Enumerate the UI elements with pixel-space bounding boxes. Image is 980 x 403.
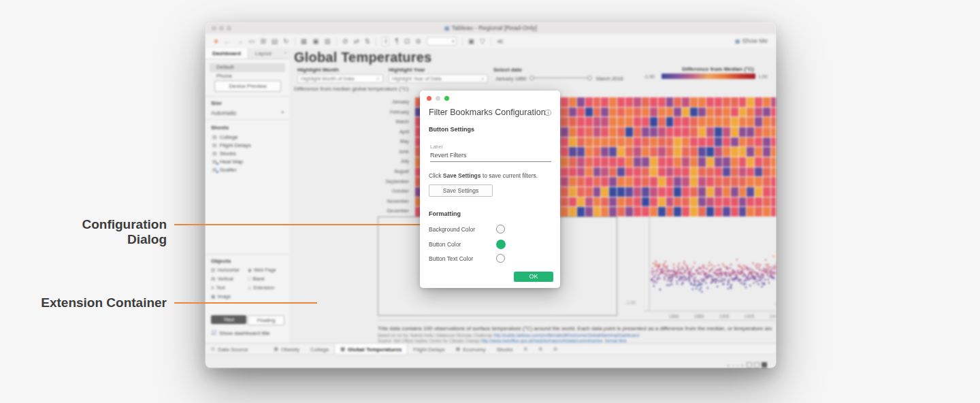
- swap-icon[interactable]: ⇄: [353, 38, 359, 45]
- view-presentation-icon[interactable]: [754, 362, 760, 368]
- device-default[interactable]: Default: [210, 63, 285, 72]
- add-data-icon[interactable]: ⊞: [260, 38, 265, 45]
- tab-dashboard[interactable]: Dashboard: [206, 48, 248, 59]
- share-icon[interactable]: ≪: [497, 38, 504, 45]
- heatmap-cell: [674, 177, 681, 187]
- dialog-close-icon[interactable]: [427, 96, 431, 101]
- scatter-plot[interactable]: 18681888190819281948196819882008Relative…: [644, 216, 776, 322]
- window-title: ▦Tableau - Regional [Read-Only]: [206, 25, 776, 31]
- sheet-tab-global-temperatures[interactable]: ▦Global Temperatures: [334, 344, 408, 355]
- source-link[interactable]: http://www.metoffice.gov.uk/hadobs/hadcr…: [481, 338, 627, 343]
- heatmap-cell: [577, 157, 585, 167]
- duplicate-icon[interactable]: ▣: [312, 38, 318, 45]
- dialog-minimize-icon[interactable]: [436, 96, 440, 101]
- ok-button[interactable]: OK: [514, 272, 553, 282]
- heatmap-cell: [674, 167, 681, 177]
- sheet-tab-stocks[interactable]: Stocks: [491, 344, 519, 355]
- dialog-zoom-icon[interactable]: [444, 96, 449, 101]
- heatmap-cell: [715, 197, 722, 207]
- month-label: June: [357, 149, 409, 154]
- sheet-item-heat-map[interactable]: ▤Heat Map: [212, 159, 287, 167]
- format-icon[interactable]: ¶: [395, 38, 398, 45]
- tiled-button[interactable]: Tiled: [211, 315, 246, 324]
- object-horizontal[interactable]: ▥Horizontal: [211, 268, 239, 273]
- object-image[interactable]: ▣Image: [211, 294, 231, 300]
- new-story-button-icon: ⊞: [553, 346, 557, 352]
- date-slider-handle-left[interactable]: [529, 76, 534, 80]
- show-dashboard-title-checkbox[interactable]: ☑Show dashboard title: [211, 329, 270, 336]
- sheet-item-flight-delays[interactable]: ▤Flight Delays: [212, 142, 287, 150]
- device-preview-button[interactable]: Device Preview: [214, 80, 281, 92]
- tableau-logo-icon[interactable]: +: [214, 37, 218, 46]
- sheet-tab-obesity[interactable]: ▦Obesity: [268, 344, 305, 355]
- button-label-field[interactable]: Revert Filters: [430, 152, 551, 162]
- highlight-month-input[interactable]: [297, 74, 383, 83]
- object-label: Image: [218, 294, 231, 299]
- heatmap-cell: [763, 187, 770, 197]
- new-dashboard-button[interactable]: ⊞: [533, 344, 548, 355]
- show-me-button[interactable]: ▦Show Me: [735, 37, 768, 44]
- heatmap-cell: [617, 177, 625, 187]
- button-text-color-swatch[interactable]: [496, 254, 505, 263]
- show-filters-icon[interactable]: ▽: [480, 38, 485, 45]
- undo-icon[interactable]: ←: [224, 38, 231, 45]
- fit-view-icon[interactable]: ▣: [468, 38, 474, 45]
- heatmap-cell: [755, 138, 762, 147]
- history-nav-icon[interactable]: «: [728, 364, 730, 368]
- heatmap-cell: [682, 167, 689, 177]
- object-webpage[interactable]: ◉Web Page: [248, 268, 276, 273]
- sheet-item-scatter[interactable]: ▤Scatter: [212, 167, 287, 175]
- sheet-item-stocks[interactable]: ▤Stocks: [212, 150, 287, 159]
- view-fullscreen-icon[interactable]: [762, 362, 767, 368]
- mark-labels-icon[interactable]: ⊡: [404, 38, 410, 45]
- button-color-swatch[interactable]: [496, 240, 506, 249]
- heatmap-cell: [585, 187, 593, 197]
- save-settings-button[interactable]: Save Settings: [429, 184, 493, 197]
- sheet-tab-flight-delays[interactable]: Flight Delays: [408, 344, 450, 355]
- refresh-icon[interactable]: ↻: [283, 38, 289, 45]
- heatmap-cell: [682, 138, 689, 147]
- object-extension[interactable]: ◇Extension: [248, 285, 274, 291]
- object-text[interactable]: AText: [211, 285, 225, 290]
- sheet-item-college[interactable]: ▤College: [212, 134, 287, 142]
- credit-link[interactable]: http://public.tableau.com/profile/naledi…: [493, 333, 639, 338]
- redo-icon[interactable]: →: [236, 38, 243, 45]
- in-use-indicator: [216, 163, 218, 165]
- heatmap-cell: [739, 197, 747, 207]
- sheet-tab-economy[interactable]: ▦Economy: [451, 344, 491, 355]
- data-source-tab[interactable]: ⊟Data Source: [206, 344, 253, 355]
- history-nav-icon[interactable]: »: [741, 364, 744, 368]
- heatmap-cell: [755, 177, 762, 187]
- sheet-icon: ▤: [212, 143, 217, 148]
- history-nav-icon[interactable]: ›: [737, 364, 738, 368]
- tab-layout[interactable]: Layout: [248, 48, 278, 59]
- object-blank[interactable]: □Blank: [248, 276, 265, 281]
- highlight-year-input[interactable]: [389, 74, 488, 83]
- clear-sheet-icon[interactable]: ⊘: [342, 38, 348, 45]
- floating-button[interactable]: Floating: [248, 315, 284, 325]
- save-icon[interactable]: ▭: [248, 38, 255, 45]
- info-icon[interactable]: ⓘ: [544, 108, 551, 118]
- background-color-swatch[interactable]: [496, 225, 505, 233]
- new-worksheet-button[interactable]: ⊞: [519, 344, 534, 355]
- heatmap-cell: [577, 177, 585, 187]
- sort-icon[interactable]: ⇅: [365, 38, 370, 45]
- heatmap-cell: [763, 147, 770, 157]
- object-vertical[interactable]: ▤Vertical: [211, 276, 233, 282]
- heatmap-cell: [609, 97, 617, 107]
- sheet-tab-college[interactable]: College: [305, 344, 334, 355]
- highlight-icon[interactable]: ℓ: [382, 37, 389, 46]
- fit-selector[interactable]: ▾: [427, 37, 457, 46]
- history-nav-icon[interactable]: ‹: [732, 364, 734, 368]
- date-slider-handle-right[interactable]: [587, 76, 592, 80]
- new-dashboard-icon[interactable]: ▥: [325, 38, 331, 45]
- new-story-button[interactable]: ⊞: [548, 344, 563, 355]
- view-normal-icon[interactable]: [747, 362, 752, 368]
- size-dropdown[interactable]: Automatic▾: [211, 110, 284, 116]
- heatmap-cell: [585, 157, 593, 167]
- date-slider-track[interactable]: [534, 78, 587, 78]
- new-worksheet-icon[interactable]: ▦: [301, 38, 307, 45]
- new-datasource-icon[interactable]: ▤: [272, 38, 278, 45]
- fix-axes-icon[interactable]: ⊜: [415, 38, 421, 45]
- heatmap-cell: [577, 167, 585, 177]
